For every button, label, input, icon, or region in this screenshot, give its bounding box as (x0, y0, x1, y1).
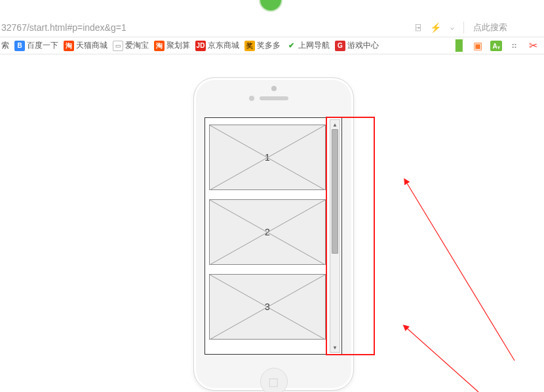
phone-camera (271, 86, 277, 91)
bookmark-label: 天猫商城 (76, 40, 107, 51)
hao-icon: ✔ (286, 41, 296, 51)
scroll-track[interactable] (330, 129, 340, 343)
scroll-down-arrow-icon[interactable]: ▼ (330, 343, 340, 352)
doc-icon: ▭ (113, 41, 123, 51)
bookmark-label: 奖多多 (257, 40, 281, 51)
tv-ext-icon[interactable]: ▣ (472, 40, 484, 52)
baidu-icon: B (14, 41, 25, 51)
jd-icon: JD (195, 41, 206, 51)
extensions-area: ▉ ▣ Aᵧ •••• ✂ (454, 40, 539, 52)
scrollbar[interactable]: ▲ ▼ (330, 119, 340, 353)
bookmark-label: 爱淘宝 (125, 40, 149, 51)
snip-ext-icon[interactable]: ✂ (527, 40, 539, 52)
game-icon: G (335, 41, 345, 51)
phone-sensor (249, 96, 254, 101)
list-item[interactable]: 2 (209, 199, 326, 265)
address-bar: ⍈ ⚡ ⌵ 点此搜索 (0, 18, 544, 37)
scroll-up-arrow-icon[interactable]: ▲ (330, 120, 340, 129)
chevron-down-icon[interactable]: ⌵ (450, 24, 454, 31)
bookmark-label: 聚划算 (166, 40, 190, 51)
address-bar-actions: ⍈ ⚡ ⌵ 点此搜索 (416, 22, 544, 33)
screen-content: 1 2 3 (208, 121, 328, 351)
tmall-icon: 淘 (64, 41, 74, 51)
search-placeholder[interactable]: 点此搜索 (473, 22, 532, 33)
svg-line-7 (406, 182, 515, 361)
bookmark-label: 游戏中心 (347, 40, 379, 51)
bookmarks-bar: 索 B 百度一下 淘 天猫商城 ▭ 爱淘宝 淘 聚划算 JD 京东商城 奖 奖多… (0, 37, 544, 54)
bookmark-juhuasuan[interactable]: 淘 聚划算 (154, 40, 190, 51)
bookmark-hao[interactable]: ✔ 上网导航 (286, 40, 330, 51)
bookmark-tmall[interactable]: 淘 天猫商城 (64, 40, 107, 51)
share-icon[interactable]: ⍈ (416, 22, 421, 32)
phone-mockup: 1 2 3 ▲ ▼ (193, 77, 354, 391)
bookmark-item[interactable]: 索 (1, 40, 9, 51)
phone-home-button[interactable]: ◻ (260, 368, 288, 392)
bookmarks-left: 索 B 百度一下 淘 天猫商城 ▭ 爱淘宝 淘 聚划算 JD 京东商城 奖 奖多… (0, 40, 379, 51)
translate-ext-icon[interactable]: Aᵧ (490, 41, 502, 51)
reader-ext-icon[interactable]: ▉ (454, 40, 465, 52)
bookmark-label: 京东商城 (208, 40, 239, 51)
bolt-icon[interactable]: ⚡ (430, 22, 441, 33)
divider (463, 22, 464, 33)
browser-logo-badge (259, 0, 282, 12)
phone-screen: 1 2 3 ▲ ▼ (204, 117, 342, 355)
placeholder-x-icon (210, 200, 325, 265)
placeholder-x-icon (210, 125, 325, 190)
bookmark-jd[interactable]: JD 京东商城 (195, 40, 239, 51)
more-ext-icon[interactable]: •••• (509, 40, 520, 52)
bookmark-game[interactable]: G 游戏中心 (335, 40, 379, 51)
ju-icon: 淘 (154, 41, 165, 51)
list-item[interactable]: 3 (209, 274, 326, 340)
url-input[interactable] (0, 22, 416, 33)
bookmark-jiangduoduo[interactable]: 奖 奖多多 (244, 40, 281, 51)
svg-line-8 (406, 328, 478, 392)
phone-speaker (260, 96, 288, 100)
bookmark-label: 索 (1, 40, 9, 51)
bookmark-aitaobao[interactable]: ▭ 爱淘宝 (113, 40, 149, 51)
scroll-thumb[interactable] (332, 129, 338, 254)
list-item[interactable]: 1 (209, 125, 326, 190)
bookmark-label: 上网导航 (298, 40, 330, 51)
bookmark-label: 百度一下 (27, 40, 58, 51)
jiang-icon: 奖 (244, 41, 255, 51)
placeholder-x-icon (210, 275, 325, 340)
bookmark-baidu[interactable]: B 百度一下 (14, 40, 58, 51)
